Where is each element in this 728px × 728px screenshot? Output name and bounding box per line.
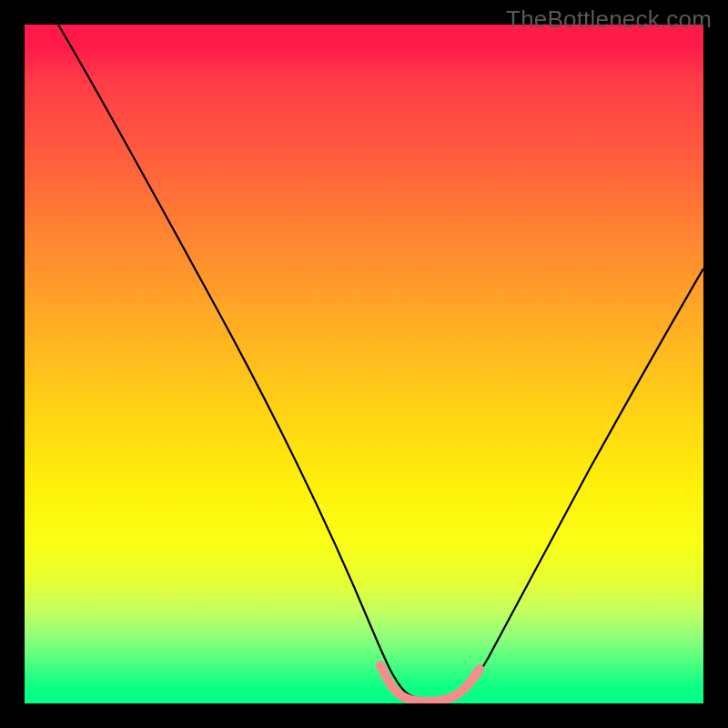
watermark-text: TheBottleneck.com bbox=[506, 5, 712, 34]
bottleneck-curve bbox=[58, 25, 703, 699]
optimal-zone-highlight bbox=[380, 665, 480, 702]
chart-container: TheBottleneck.com bbox=[0, 0, 728, 728]
chart-svg bbox=[25, 25, 703, 703]
plot-area bbox=[25, 25, 703, 703]
